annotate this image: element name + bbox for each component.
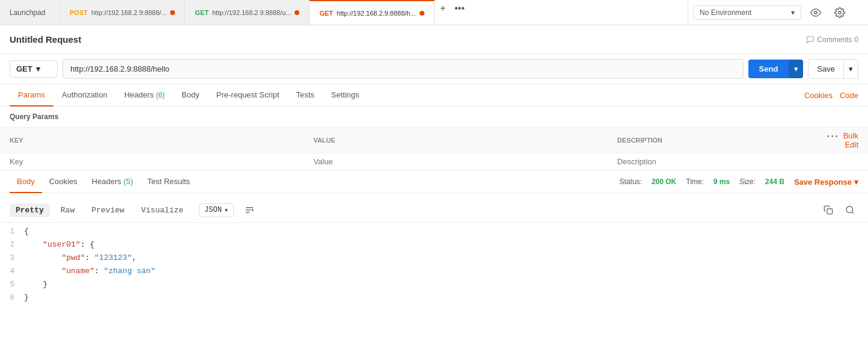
resp-body-label: Body [17,177,35,186]
cookies-link[interactable]: Cookies [804,85,833,106]
tab-authorization-label: Authorization [62,90,108,99]
request-tabs-nav: Params Authorization Headers (6) Body Pr… [0,84,868,107]
more-options-icon[interactable]: • • • [827,132,838,140]
status-label: Status: [620,178,642,186]
url-bar: GET ▾ Send ▾ Save ▾ [0,54,868,84]
code-line-1: { [24,225,868,238]
col-desc-header: DESCRIPTION [608,128,808,153]
format-select[interactable]: JSON ▾ [199,203,234,217]
save-response-button[interactable]: Save Response ▾ [794,178,858,187]
save-button-group: Save ▾ [808,59,858,79]
tab-pre-request-script[interactable]: Pre-request Script [208,84,288,107]
response-status-bar: Status: 200 OK Time: 9 ms Size: 244 B Sa… [620,178,858,187]
code-line-6: } [24,291,868,304]
save-dropdown-button[interactable]: ▾ [844,59,858,79]
tab-get1-method: GET [195,9,209,16]
col-actions-header: • • • Bulk Edit [808,128,868,153]
tab-tests[interactable]: Tests [288,84,323,107]
add-tab-button[interactable]: + [435,0,451,17]
resp-tab-test-results[interactable]: Test Results [140,171,197,193]
comments-button[interactable]: Comments 0 [806,36,858,44]
key-input[interactable] [10,157,294,166]
description-input[interactable] [617,157,798,166]
raw-tab[interactable]: Raw [55,203,81,217]
query-params-label: Query Params [0,107,868,127]
save-button[interactable]: Save [808,59,844,79]
svg-point-1 [839,11,842,14]
copy-button[interactable] [820,202,837,218]
tab-params[interactable]: Params [10,84,53,107]
tab-post-url: http://192.168.2.9:8888/... [91,9,167,16]
launchpad-label: Launchpad [10,8,45,17]
resp-headers-badge: (5) [123,177,133,186]
tab-params-label: Params [18,90,45,99]
format-label: JSON [204,206,222,214]
tab-body[interactable]: Body [173,84,208,107]
tab-get1[interactable]: GET http://192.168.2.9:8888/u... [185,0,310,25]
tab-launchpad[interactable]: Launchpad [0,0,60,25]
url-input[interactable] [63,59,744,79]
search-button[interactable] [842,202,858,218]
tab-post-dot [170,10,175,15]
preview-tab[interactable]: Preview [85,203,130,217]
request-title: Untitled Request [10,34,81,45]
gear-icon-button[interactable] [830,3,849,22]
resp-tab-headers[interactable]: Headers (5) [85,171,141,193]
wrap-lines-button[interactable] [241,202,258,218]
send-button[interactable]: Send [748,60,789,78]
environment-select[interactable]: No Environment ▾ [693,5,801,20]
eye-icon-button[interactable] [806,3,825,22]
tab-post[interactable]: POST http://192.168.2.9:8888/... [60,0,185,25]
preview-label: Preview [91,206,124,215]
tab-get1-url: http://192.168.2.9:8888/u... [212,9,292,16]
code-link[interactable]: Code [840,85,858,106]
resp-headers-label: Headers [92,177,124,186]
col-value-header: VALUE [304,128,607,153]
code-viewer: Pretty Raw Preview Visualize JSON ▾ [0,193,868,312]
time-label: Time: [686,178,704,186]
tab-headers-label: Headers [124,90,156,99]
pretty-tab[interactable]: Pretty [10,203,50,217]
svg-point-6 [846,206,853,213]
value-input[interactable] [313,157,598,166]
tab-get2[interactable]: GET http://192.168.2.9:8888/h... [310,0,434,25]
tab-post-method: POST [70,9,88,16]
comments-label: Comments [817,36,852,44]
code-line-5: } [24,278,868,291]
tab-tests-label: Tests [296,90,314,99]
resp-test-results-label: Test Results [147,177,190,186]
raw-label: Raw [61,206,75,215]
line-numbers: 1 2 3 4 5 6 [0,225,22,304]
tab-settings[interactable]: Settings [323,84,368,107]
line-num-3: 3 [7,252,14,265]
resp-tab-cookies[interactable]: Cookies [42,171,85,193]
visualize-tab[interactable]: Visualize [135,203,189,217]
tab-authorization[interactable]: Authorization [53,84,116,107]
env-bar: No Environment ▾ [688,0,868,25]
size-label: Size: [739,178,756,186]
resp-tab-body[interactable]: Body [10,171,42,193]
bulk-edit-button[interactable]: Bulk Edit [843,131,858,149]
code-actions [820,202,858,218]
tab-headers[interactable]: Headers (6) [116,84,173,107]
code-line-3: "pwd": "123123", [24,252,868,265]
format-chevron-icon: ▾ [224,206,228,215]
tab-get1-dot [295,10,299,15]
time-value: 9 ms [714,178,730,186]
code-line-4: "uname": "zhang san" [24,265,868,278]
method-select[interactable]: GET ▾ [10,60,58,78]
more-tabs-button[interactable]: ••• [451,0,468,17]
svg-point-0 [815,11,818,14]
comments-count: 0 [854,36,858,44]
code-body: 1 2 3 4 5 6 { "user01": { "pwd": "123123… [0,223,868,307]
tab-get2-dot [420,11,424,16]
send-dropdown-button[interactable]: ▾ [789,60,803,78]
tab-pre-request-label: Pre-request Script [216,90,280,99]
line-num-4: 4 [7,265,14,278]
save-response-label: Save Response [794,178,852,187]
tab-get2-url: http://192.168.2.9:8888/h... [337,10,416,17]
visualize-label: Visualize [141,206,183,215]
resp-cookies-label: Cookies [49,177,78,186]
col-key-header: KEY [0,128,304,153]
top-row: Launchpad POST http://192.168.2.9:8888/.… [0,0,868,25]
